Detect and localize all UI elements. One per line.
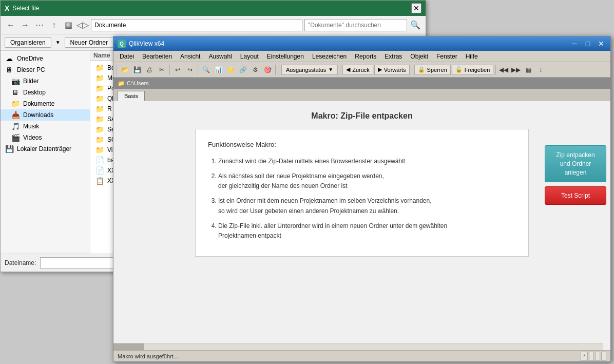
tb-extra2[interactable]: ▶▶ bbox=[510, 64, 522, 75]
organize-button[interactable]: Organisieren bbox=[5, 37, 51, 48]
tab-basis[interactable]: Basis bbox=[118, 91, 145, 101]
tb-gear[interactable]: ⚙ bbox=[250, 64, 261, 75]
file-sheet-icon: 📋 bbox=[95, 177, 104, 185]
back-nav-button[interactable]: ◀ Zurück bbox=[342, 65, 373, 75]
bilder-icon: 📷 bbox=[11, 77, 20, 85]
menu-hilfe[interactable]: Hilfe bbox=[462, 52, 482, 61]
qlik-menubar: Datei Bearbeiten Ansicht Auswahl Layout … bbox=[113, 51, 610, 62]
list-item-1: Zunächst wird die Zip-Datei mittels eine… bbox=[218, 157, 516, 166]
sidebar-item-onedrive[interactable]: ☁ OneDrive bbox=[1, 53, 90, 64]
tb-redo[interactable]: ↪ bbox=[184, 64, 196, 75]
qlik-address-bar: 📁 C:\Users bbox=[113, 78, 610, 89]
search-input[interactable] bbox=[304, 19, 407, 31]
horizontal-scrollbar[interactable] bbox=[113, 343, 603, 350]
sep-5 bbox=[340, 65, 340, 75]
search-button[interactable]: 🔍 bbox=[409, 19, 421, 31]
nav-extra[interactable]: ◁▷ bbox=[76, 19, 89, 31]
sep-1 bbox=[169, 65, 170, 75]
sidebar-item-lokaler[interactable]: 💾 Lokaler Datenträger bbox=[1, 143, 90, 155]
qlik-statusbar: Makro wird ausgeführt... * bbox=[113, 350, 610, 361]
status-right: * bbox=[581, 352, 606, 361]
sidebar-item-videos[interactable]: 🎬 Videos bbox=[1, 132, 90, 143]
menu-objekt[interactable]: Objekt bbox=[406, 52, 432, 61]
sidebar-item-musik[interactable]: 🎵 Musik bbox=[1, 121, 90, 132]
list-item-3: Ist ein Ordner mit dem neuen Projektname… bbox=[218, 196, 516, 216]
tb-link[interactable]: 🔗 bbox=[237, 64, 248, 75]
nav-button3[interactable]: ⋯ bbox=[33, 19, 46, 31]
tb-cut[interactable]: ✂ bbox=[156, 64, 167, 75]
sidebar-label-videos: Videos bbox=[23, 134, 42, 141]
tb-print[interactable]: 🖨 bbox=[144, 64, 155, 75]
sep-2 bbox=[198, 65, 198, 75]
tb-chart[interactable]: 📊 bbox=[213, 64, 224, 75]
sidebar-item-desktop[interactable]: 🖥 Desktop bbox=[1, 87, 90, 98]
forward-button[interactable]: → bbox=[19, 19, 31, 31]
qlik-maximize-button[interactable]: □ bbox=[583, 39, 593, 49]
address-bar[interactable] bbox=[91, 19, 302, 31]
back-button[interactable]: ← bbox=[5, 19, 17, 31]
folder-icon: 📁 bbox=[95, 125, 104, 133]
menu-layout[interactable]: Layout bbox=[236, 52, 263, 61]
unlock-label: Freigeben bbox=[465, 67, 490, 73]
sep-6 bbox=[412, 65, 412, 75]
menu-auswahl[interactable]: Auswahl bbox=[204, 52, 236, 61]
excel-titlebar: X Select file ✕ bbox=[1, 1, 426, 16]
lock-button[interactable]: 🔒 Sperren bbox=[414, 65, 451, 75]
menu-bearbeiten[interactable]: Bearbeiten bbox=[138, 52, 176, 61]
menu-datei[interactable]: Datei bbox=[116, 52, 138, 61]
unlock-button[interactable]: 🔓 Freigeben bbox=[452, 65, 494, 75]
sidebar-item-pc[interactable]: 🖥 Dieser PC bbox=[1, 64, 90, 75]
new-folder-button[interactable]: Neuer Ordner bbox=[65, 37, 113, 48]
tb-undo[interactable]: ↩ bbox=[172, 64, 183, 75]
zip-unpack-button[interactable]: Zip entpacken und Ordner anlegen bbox=[545, 145, 606, 182]
qlik-title: QlikView x64 bbox=[129, 40, 566, 47]
excel-close-button[interactable]: ✕ bbox=[411, 3, 421, 13]
sidebar-label-onedrive: OneDrive bbox=[17, 55, 43, 62]
excel-toolbar: ← → ⋯ ↑ ▦ ◁▷ 🔍 bbox=[1, 16, 426, 34]
tb-target[interactable]: 🎯 bbox=[262, 64, 273, 75]
menu-lesezeichen[interactable]: Lesezeichen bbox=[308, 52, 351, 61]
sep-4 bbox=[279, 65, 279, 75]
sidebar-item-dokumente[interactable]: 📁 Dokumente bbox=[1, 98, 90, 109]
tb-search[interactable]: 🔍 bbox=[200, 64, 212, 75]
qlik-close-button[interactable]: ✕ bbox=[596, 39, 606, 49]
menu-einstellungen[interactable]: Einstellungen bbox=[263, 52, 308, 61]
content-box-title: Funktionsweise Makro: bbox=[208, 140, 516, 150]
sep-3 bbox=[275, 65, 276, 75]
qlik-tab-bar: Basis bbox=[113, 89, 610, 101]
folder-icon: 📁 bbox=[95, 84, 104, 92]
menu-extras[interactable]: Extras bbox=[380, 52, 406, 61]
view-button[interactable]: ▦ bbox=[62, 19, 74, 31]
downloads-icon: 📥 bbox=[11, 111, 20, 119]
sidebar-item-downloads[interactable]: 📥 Downloads bbox=[1, 109, 90, 121]
forward-nav-button[interactable]: ▶ Vorwärts bbox=[374, 65, 410, 75]
tb-extra3[interactable]: ▦ bbox=[523, 64, 534, 75]
sep-7 bbox=[495, 65, 496, 75]
tb-extra1[interactable]: ◀◀ bbox=[498, 64, 509, 75]
folder-icon: 📁 bbox=[95, 94, 104, 103]
menu-ansicht[interactable]: Ansicht bbox=[176, 52, 204, 61]
sidebar-label-desktop: Desktop bbox=[23, 89, 46, 96]
musik-icon: 🎵 bbox=[11, 122, 20, 130]
up-button[interactable]: ↑ bbox=[48, 19, 60, 31]
test-script-button[interactable]: Test Script bbox=[545, 186, 606, 205]
folder-icon: 📁 bbox=[95, 74, 104, 82]
lock-label: Sperren bbox=[427, 67, 447, 73]
menu-reports[interactable]: Reports bbox=[351, 52, 380, 61]
side-buttons: Zip entpacken und Ordner anlegen Test Sc… bbox=[541, 141, 610, 209]
status-cell-1: * bbox=[581, 352, 588, 361]
dokumente-icon: 📁 bbox=[11, 100, 20, 108]
qlik-minimize-button[interactable]: ─ bbox=[569, 39, 580, 49]
tb-extra4[interactable]: ↕ bbox=[535, 64, 546, 75]
file-name: R bbox=[107, 105, 112, 112]
desktop-icon: 🖥 bbox=[11, 88, 20, 97]
folder-icon: 📁 bbox=[95, 146, 104, 154]
menu-fenster[interactable]: Fenster bbox=[432, 52, 462, 61]
tb-save[interactable]: 💾 bbox=[131, 64, 143, 75]
list-item-4: Die Zip-File inkl. aller Unterordner wir… bbox=[218, 221, 516, 241]
sep-0 bbox=[117, 65, 117, 75]
sidebar-item-bilder[interactable]: 📷 Bilder bbox=[1, 75, 90, 87]
tb-open[interactable]: 📂 bbox=[119, 64, 130, 75]
tb-star[interactable]: ⭐ bbox=[225, 64, 236, 75]
organize-dropdown-icon: ▼ bbox=[55, 40, 61, 45]
